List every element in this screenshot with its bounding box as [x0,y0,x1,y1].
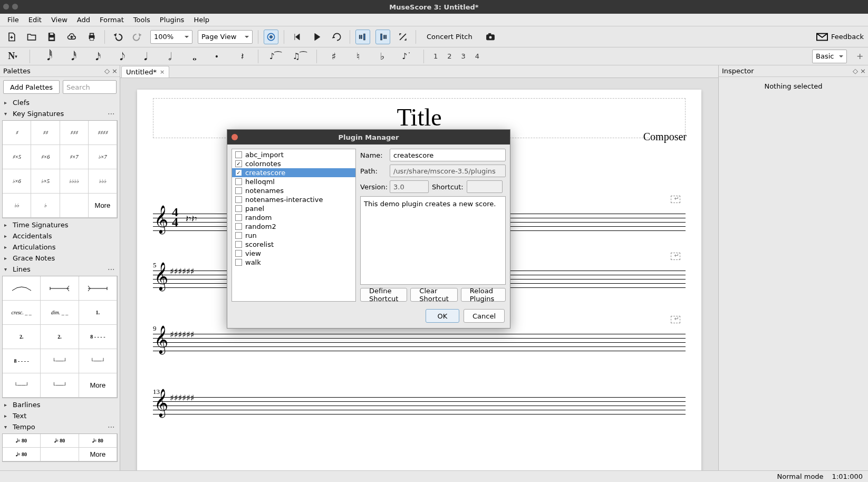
plugin-row-abc_import[interactable]: abc_import [232,150,355,159]
rest-icon[interactable]: 𝄽 [234,49,248,64]
undock-icon[interactable]: ◇ [853,67,858,75]
lines-more[interactable]: More [79,373,117,398]
plugin-row-createscore[interactable]: ✓createscore [232,168,355,177]
duration-64th-icon[interactable]: 𝅘𝅥𝅱 [40,49,54,64]
define-shortcut-button[interactable]: Define Shortcut [360,288,407,302]
plugin-row-scorelist[interactable]: scorelist [232,240,355,249]
key-sig-more[interactable]: More [89,194,117,218]
menu-tools[interactable]: Tools [129,15,155,25]
menu-format[interactable]: Format [95,15,128,25]
camera-icon[interactable] [483,30,498,44]
ok-button[interactable]: OK [426,309,459,323]
natural-icon[interactable]: ♮ [351,49,365,64]
palette-item-grace-notes[interactable]: ▸Grace Notes [0,253,120,264]
dot-icon[interactable]: • [209,49,224,64]
window-dot[interactable] [3,4,9,9]
voice-1[interactable]: 1 [433,52,438,60]
plugin-checkbox[interactable] [235,223,242,230]
duration-quarter-icon[interactable]: 𝅘𝅥 [137,49,151,64]
close-panel-icon[interactable]: × [860,67,866,75]
duration-half-icon[interactable]: 𝅗𝅥 [161,49,176,64]
close-panel-icon[interactable]: × [112,67,118,75]
plugin-checkbox[interactable] [235,187,242,194]
view-mode-combo[interactable]: Page View [198,30,253,44]
feedback-button[interactable]: Feedback [816,33,864,41]
plugin-row-view[interactable]: view [232,249,355,258]
palette-item-barlines[interactable]: ▸Barlines [0,399,120,410]
concert-pitch-button[interactable]: Concert Pitch [421,33,478,41]
window-controls[interactable] [3,4,18,9]
cancel-button[interactable]: Cancel [464,309,505,323]
menu-help[interactable]: Help [189,15,214,25]
plugin-row-notenames[interactable]: notenames [232,186,355,195]
key-signatures-grid[interactable]: ♯♯♯♯♯♯♯♯♯♯ ♯×5♯×6♯×7♭×7 ♭×6♭×5♭♭♭♭♭♭♭ ♭♭… [2,120,118,218]
window-dot[interactable] [12,4,18,9]
menu-edit[interactable]: Edit [24,15,46,25]
add-workspace-button[interactable]: + [856,51,863,61]
undo-icon[interactable] [110,30,125,44]
print-icon[interactable] [84,30,99,44]
play-icon[interactable] [310,30,324,44]
plugin-row-notenames-interactive[interactable]: notenames-interactive [232,195,355,204]
plugin-row-colornotes[interactable]: ✓colornotes [232,159,355,168]
close-tab-icon[interactable]: × [160,69,165,75]
tempo-more[interactable]: More [79,448,117,461]
palette-item-articulations[interactable]: ▸Articulations [0,242,120,253]
plugin-checkbox[interactable] [235,259,242,266]
palette-item-text[interactable]: ▸Text [0,410,120,421]
undock-icon[interactable]: ◇ [104,67,110,75]
palette-item-clefs[interactable]: ▸Clefs [0,97,120,108]
menu-file[interactable]: File [3,15,23,25]
clear-shortcut-button[interactable]: Clear Shortcut [410,288,457,302]
palette-item-time-signatures[interactable]: ▸Time Signatures [0,219,120,230]
new-file-icon[interactable] [4,30,19,44]
tempo-grid[interactable]: 𝅘𝅥 = 80𝅘𝅥 = 80𝅘𝅥 = 80 𝅘𝅥 = 80More [2,433,118,462]
plugin-checkbox[interactable] [235,178,242,185]
open-file-icon[interactable] [24,30,39,44]
plugin-row-random2[interactable]: random2 [232,222,355,231]
palette-search-input[interactable]: Search [63,80,117,94]
lines-grid[interactable]: cresc. _ _dim. _ _1. 2.2.8 - - - - 8 - -… [2,276,118,398]
plugin-row-panel[interactable]: panel [232,204,355,213]
plugin-checkbox[interactable]: ✓ [235,169,242,176]
loop-icon[interactable] [330,30,344,44]
slur-icon[interactable]: ♫⁀ [292,49,307,64]
metronome-icon[interactable] [264,30,278,44]
flat-icon[interactable]: ♭ [375,49,390,64]
plugin-checkbox[interactable] [235,232,242,239]
plugin-checkbox[interactable] [235,196,242,203]
count-in-icon[interactable] [396,30,410,44]
zoom-combo[interactable]: 100% [150,30,192,44]
palette-item-accidentals[interactable]: ▸Accidentals [0,230,120,242]
cloud-icon[interactable] [64,30,79,44]
workspace-combo[interactable]: Basic [812,50,847,63]
plugin-checkbox[interactable] [235,241,242,248]
name-input[interactable]: createscore [390,149,506,161]
score-composer[interactable]: Composer [643,131,687,143]
voice-4[interactable]: 4 [475,52,479,60]
dialog-close-icon[interactable] [232,134,238,140]
save-icon[interactable] [44,30,59,44]
plugin-checkbox[interactable] [235,214,242,221]
menu-plugins[interactable]: Plugins [156,15,189,25]
voice-3[interactable]: 3 [461,52,466,60]
menu-add[interactable]: Add [73,15,94,25]
loop-in-icon[interactable] [355,30,370,44]
marcato-icon[interactable]: ♪˙ [399,49,414,64]
duration-8th-icon[interactable]: 𝅘𝅥𝅮 [112,49,127,64]
sharp-icon[interactable]: ♯ [326,49,341,64]
plugin-row-walk[interactable]: walk [232,258,355,267]
palette-item-tempo[interactable]: ▾Tempo⋯ [0,421,120,432]
plugin-row-run[interactable]: run [232,231,355,240]
plugin-row-random[interactable]: random [232,213,355,222]
rewind-icon[interactable] [290,30,304,44]
menu-view[interactable]: View [47,15,72,25]
plugin-list[interactable]: abc_import✓colornotes✓createscorehelloqm… [232,149,356,302]
reload-plugins-button[interactable]: Reload Plugins [461,288,506,302]
loop-out-icon[interactable] [375,30,390,44]
duration-32nd-icon[interactable]: 𝅘𝅥𝅰 [64,49,79,64]
plugin-row-helloqml[interactable]: helloqml [232,177,355,186]
duration-16th-icon[interactable]: 𝅘𝅥𝅯 [88,49,103,64]
note-input-icon[interactable]: N▾ [5,49,20,64]
redo-icon[interactable] [130,30,145,44]
